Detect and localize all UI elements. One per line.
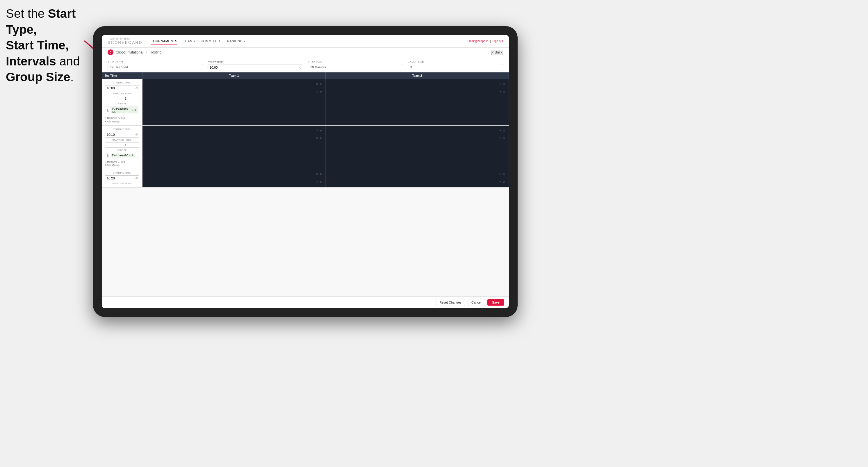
- player-row-1-1: ✕ ⊕: [144, 81, 323, 87]
- team2-player-x-2-1[interactable]: ✕: [499, 129, 502, 132]
- team2-player-expand-1-2[interactable]: ⊕: [503, 90, 505, 93]
- player-expand-1-2[interactable]: ⊕: [319, 90, 322, 93]
- tee-controls-3: STARTING TIME: ⏱ STARTING HOLE:: [102, 169, 143, 187]
- breadcrumb-bar: C Clippd Invitational / Hosting Back: [102, 48, 509, 57]
- sign-out-link[interactable]: Sign out: [492, 39, 503, 43]
- team2-player-expand-3-2[interactable]: ⊕: [503, 180, 505, 183]
- player-row-2-1: ✕ ⊕: [144, 127, 323, 134]
- action-links-1: ○ Remove Group + Add Group: [105, 117, 139, 123]
- team2-cell-1: ✕ ⊕ ✕ ⊕: [326, 79, 509, 125]
- starting-time-label-3: STARTING TIME:: [105, 172, 139, 174]
- table-header: Tee Time Team 1 Team 2: [102, 72, 509, 79]
- cancel-button[interactable]: Cancel: [468, 299, 485, 306]
- starting-time-input-2[interactable]: [105, 132, 139, 137]
- start-time-group: Start Time ⏱: [208, 61, 303, 70]
- intervals-label: Intervals: [308, 60, 403, 63]
- course-name-1: (A) Peachtree GC: [112, 107, 131, 113]
- tee-group-2: STARTING TIME: ⏱ STARTING HOLE: ▼ COURSE…: [102, 126, 509, 169]
- course-remove-1[interactable]: ✕: [132, 109, 134, 112]
- player-expand-3-1[interactable]: ⊕: [319, 173, 322, 176]
- group-size-select[interactable]: 3 2 4: [408, 64, 503, 70]
- team2-player-x-3-2[interactable]: ✕: [499, 180, 502, 183]
- main-content[interactable]: STARTING TIME: ⏱ STARTING HOLE: ▼ COURSE…: [102, 79, 509, 296]
- nav-tab-teams[interactable]: TEAMS: [183, 38, 195, 44]
- player-x-1-2[interactable]: ✕: [316, 90, 318, 93]
- player-expand-3-2[interactable]: ⊕: [319, 180, 322, 183]
- starting-hole-input-1[interactable]: [105, 96, 139, 101]
- nav-tab-tournaments[interactable]: TOURNAMENTS: [151, 38, 177, 44]
- team2-player-row-2-2: ✕ ⊕: [328, 135, 507, 141]
- breadcrumb-text: Clippd Invitational / Hosting: [116, 50, 161, 54]
- reset-changes-button[interactable]: Reset Changes: [436, 299, 465, 306]
- course-name-2: East Lake GC: [112, 154, 128, 157]
- player-expand-2-1[interactable]: ⊕: [319, 129, 322, 132]
- course-tag-1: (A) Peachtree GC ✕ ✎: [111, 107, 138, 114]
- nav-tab-rankings[interactable]: RANKINGS: [227, 38, 245, 44]
- starting-hole-label-3: STARTING HOLE:: [105, 182, 139, 185]
- breadcrumb-tournament[interactable]: Clippd Invitational: [116, 50, 143, 54]
- start-time-input[interactable]: [208, 65, 303, 70]
- starting-time-input-1[interactable]: [105, 85, 139, 91]
- nav-tab-committee[interactable]: COMMITTEE: [200, 38, 221, 44]
- course-remove-2[interactable]: ✕: [129, 154, 131, 157]
- starting-hole-label-2: STARTING HOLE:: [105, 139, 139, 141]
- course-icon-1: 🏌: [106, 109, 110, 112]
- intervals-select-wrapper[interactable]: 10 Minutes 8 Minutes 12 Minutes: [308, 64, 403, 70]
- th-team2: Team 2: [326, 72, 509, 79]
- start-type-select-wrapper[interactable]: 1st Tee Start Shotgun Start: [107, 64, 203, 70]
- remove-group-1[interactable]: ○ Remove Group: [105, 117, 139, 120]
- course-label-2: COURSE:: [105, 149, 139, 152]
- start-type-label: Start Type: [107, 60, 203, 63]
- team2-player-expand-1-1[interactable]: ⊕: [503, 83, 505, 86]
- team2-player-row-1-1: ✕ ⊕: [328, 81, 507, 87]
- team2-cell-3: ✕ ⊕ ✕ ⊕: [326, 169, 509, 187]
- course-edit-1[interactable]: ✎: [134, 109, 137, 112]
- start-type-select[interactable]: 1st Tee Start Shotgun Start: [107, 64, 203, 70]
- clock-icon-2: ⏱: [135, 133, 138, 136]
- team2-player-x-2-2[interactable]: ✕: [499, 137, 502, 139]
- group-size-group: Group Size 3 2 4: [408, 60, 503, 70]
- save-button[interactable]: Save: [487, 299, 504, 306]
- player-row-3-2: ✕ ⊕: [144, 179, 323, 185]
- player-expand-1-1[interactable]: ⊕: [319, 83, 322, 86]
- intervals-select[interactable]: 10 Minutes 8 Minutes 12 Minutes: [308, 64, 403, 70]
- user-email: blair@clippd.io: [469, 39, 489, 43]
- course-icon-2: 🏌: [106, 154, 110, 157]
- starting-time-input-3[interactable]: [105, 175, 139, 181]
- annotation-text: Set the Start Type, Start Time, Interval…: [6, 6, 96, 85]
- player-row-2-2: ✕ ⊕: [144, 135, 323, 141]
- player-row-1-2: ✕ ⊕: [144, 88, 323, 95]
- course-edit-2[interactable]: ✎: [131, 154, 134, 157]
- tee-controls-2: STARTING TIME: ⏱ STARTING HOLE: ▼ COURSE…: [102, 126, 143, 169]
- player-x-2-2[interactable]: ✕: [316, 137, 318, 139]
- team2-player-row-3-2: ✕ ⊕: [328, 179, 507, 185]
- player-x-2-1[interactable]: ✕: [316, 129, 318, 132]
- team2-player-expand-3-1[interactable]: ⊕: [503, 173, 505, 176]
- team2-player-x-1-2[interactable]: ✕: [499, 90, 502, 93]
- starting-hole-input-2[interactable]: [105, 143, 139, 148]
- back-button[interactable]: Back: [491, 50, 503, 55]
- team2-player-expand-2-1[interactable]: ⊕: [503, 129, 505, 132]
- team2-player-x-3-1[interactable]: ✕: [499, 173, 502, 176]
- footer: Reset Changes Cancel Save: [102, 296, 509, 308]
- logo-sub: Powered by clipp: [107, 37, 143, 40]
- team1-cell-2: ✕ ⊕ ✕ ⊕: [143, 126, 326, 169]
- start-time-label: Start Time: [208, 61, 303, 64]
- course-row-2: 🏌 East Lake GC ✕ ✎: [105, 153, 139, 158]
- player-x-3-1[interactable]: ✕: [316, 173, 318, 176]
- player-x-3-2[interactable]: ✕: [316, 180, 318, 183]
- player-x-1-1[interactable]: ✕: [316, 83, 318, 86]
- player-expand-2-2[interactable]: ⊕: [319, 137, 322, 139]
- team2-player-expand-2-2[interactable]: ⊕: [503, 137, 505, 139]
- tablet-frame: Powered by clipp SCOREBOARD TOURNAMENTS …: [93, 26, 518, 317]
- team2-player-x-1-1[interactable]: ✕: [499, 83, 502, 86]
- remove-group-2[interactable]: ○ Remove Group: [105, 160, 139, 163]
- add-group-1[interactable]: + Add Group: [105, 120, 139, 123]
- annotation-bold-start-time: Start Time,: [6, 38, 69, 52]
- tee-group-3: STARTING TIME: ⏱ STARTING HOLE: ✕ ⊕ ✕: [102, 169, 509, 188]
- starting-time-label-2: STARTING TIME:: [105, 128, 139, 130]
- add-group-2[interactable]: + Add Group: [105, 164, 139, 167]
- group-size-select-wrapper[interactable]: 3 2 4: [408, 64, 503, 70]
- annotation-bold-start-type: Start Type,: [6, 7, 75, 36]
- course-label-1: COURSE:: [105, 102, 139, 105]
